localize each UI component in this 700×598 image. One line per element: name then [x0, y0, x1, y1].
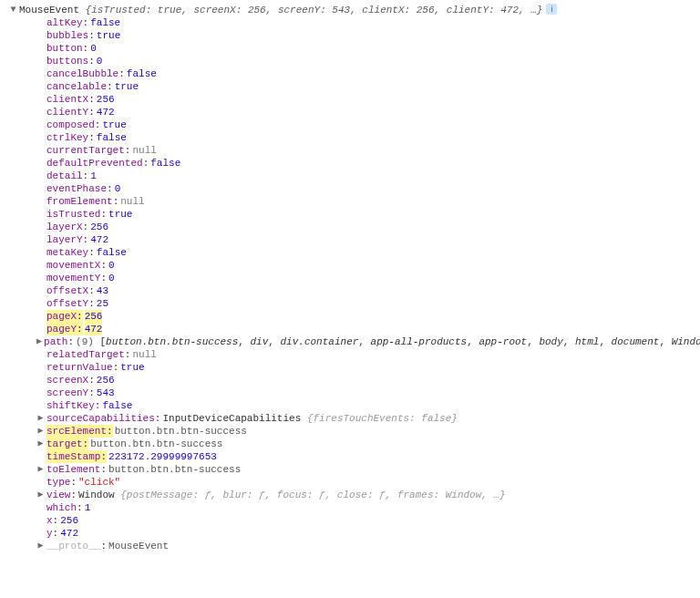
- property-name: clientX: [46, 93, 88, 106]
- property-name: pageX: [46, 310, 77, 323]
- object-property: ▶detail: 1: [0, 170, 700, 182]
- property-value: null: [132, 144, 156, 157]
- object-property: ▶which: 1: [0, 501, 700, 514]
- object-property: ▶composed: true: [0, 119, 700, 131]
- object-property: ▶layerY: 472: [0, 233, 700, 246]
- property-name: clientY: [46, 106, 88, 119]
- property-name: eventPhase: [46, 182, 107, 195]
- property-value: 1: [85, 501, 91, 514]
- property-value: 256: [97, 93, 115, 106]
- property-value: (9) [button.btn.btn-success, div, div.co…: [76, 335, 700, 348]
- caret-right-icon[interactable]: ▶: [36, 438, 45, 450]
- info-icon[interactable]: i: [546, 4, 557, 15]
- object-property: ▶type: "click": [0, 476, 700, 489]
- object-property: ▶fromElement: null: [0, 195, 700, 208]
- property-name: offsetX: [46, 284, 88, 297]
- property-name: returnValue: [46, 361, 113, 374]
- property-value: button.btn.btn-success: [115, 425, 247, 438]
- property-value: false: [150, 157, 180, 170]
- property-value: 472: [85, 323, 103, 335]
- console-output: ▼ MouseEvent {isTrusted: true, screenX: …: [0, 0, 700, 558]
- caret-right-icon[interactable]: ▶: [36, 540, 45, 552]
- object-property: ▶cancelable: true: [0, 80, 700, 93]
- property-value: null: [132, 348, 156, 361]
- object-property: ▶buttons: 0: [0, 55, 700, 67]
- property-name: cancelable: [46, 80, 107, 93]
- object-property-expandable[interactable]: ▶toElement: button.btn.btn-success: [0, 463, 700, 476]
- property-name: screenX: [46, 374, 88, 387]
- property-value: 543: [97, 387, 115, 399]
- object-property: ▶bubbles: true: [0, 29, 700, 42]
- property-name: metaKey: [46, 246, 88, 259]
- property-name: defaultPrevented: [46, 157, 143, 170]
- property-value: Window {postMessage: ƒ, blur: ƒ, focus: …: [78, 489, 506, 501]
- property-name: shiftKey: [46, 399, 95, 412]
- property-value: InputDeviceCapabilities {firesTouchEvent…: [162, 412, 457, 425]
- object-header[interactable]: ▼ MouseEvent {isTrusted: true, screenX: …: [0, 4, 700, 16]
- object-property-expandable[interactable]: ▶view: Window {postMessage: ƒ, blur: ƒ, …: [0, 489, 700, 501]
- property-name: cancelBubble: [46, 67, 118, 80]
- summary-pairs: isTrusted: true, screenX: 256, screenY: …: [91, 5, 519, 15]
- object-property: ▶returnValue: true: [0, 361, 700, 374]
- object-property-expandable[interactable]: ▶target: button.btn.btn-success: [0, 438, 700, 450]
- property-value: 0: [108, 272, 115, 284]
- object-property: ▶clientY: 472: [0, 106, 700, 119]
- property-value: 472: [90, 233, 108, 246]
- object-property: ▶defaultPrevented: false: [0, 157, 700, 170]
- property-name: type: [46, 476, 70, 489]
- property-value: true: [102, 119, 126, 131]
- object-property: ▶eventPhase: 0: [0, 182, 700, 195]
- property-value: 223172.29999997653: [108, 450, 217, 463]
- property-name: altKey: [46, 16, 83, 29]
- property-value: true: [115, 80, 139, 93]
- object-property: ▶timeStamp: 223172.29999997653: [0, 450, 700, 463]
- property-name: currentTarget: [46, 144, 125, 157]
- property-value: 472: [60, 527, 78, 540]
- caret-right-icon[interactable]: ▶: [36, 412, 45, 425]
- object-summary: {isTrusted: true, screenX: 256, screenY:…: [86, 4, 543, 16]
- property-name: screenY: [46, 387, 88, 399]
- property-value: 25: [97, 297, 108, 310]
- property-value: button.btn.btn-success: [90, 438, 222, 450]
- property-name: composed: [46, 119, 95, 131]
- property-value: false: [102, 399, 132, 412]
- caret-right-icon[interactable]: ▶: [36, 489, 45, 501]
- property-name: isTrusted: [46, 208, 100, 221]
- object-property: ▶relatedTarget: null: [0, 348, 700, 361]
- object-property-expandable[interactable]: ▶sourceCapabilities: InputDeviceCapabili…: [0, 412, 700, 425]
- property-value: true: [120, 361, 144, 374]
- caret-down-icon[interactable]: ▼: [9, 4, 17, 16]
- object-property: ▶isTrusted: true: [0, 208, 700, 221]
- property-list: ▶altKey: false▶bubbles: true▶button: 0▶b…: [0, 16, 700, 552]
- object-property-expandable[interactable]: ▶srcElement: button.btn.btn-success: [0, 425, 700, 438]
- proto-property[interactable]: ▶__proto__: MouseEvent: [0, 540, 700, 552]
- property-value: 256: [85, 310, 103, 323]
- caret-right-icon[interactable]: ▶: [36, 425, 45, 438]
- object-property: ▶screenX: 256: [0, 374, 700, 387]
- object-property: ▶movementY: 0: [0, 272, 700, 284]
- property-value: true: [108, 208, 132, 221]
- property-name: relatedTarget: [46, 348, 125, 361]
- property-name: y: [46, 527, 53, 540]
- object-property: ▶currentTarget: null: [0, 144, 700, 157]
- property-name: which: [46, 501, 77, 514]
- property-value: null: [120, 195, 144, 208]
- property-value: "click": [78, 476, 120, 489]
- object-property: ▶offsetX: 43: [0, 284, 700, 297]
- caret-right-icon[interactable]: ▶: [36, 335, 42, 348]
- property-value: 472: [97, 106, 115, 119]
- property-value: 256: [60, 514, 78, 527]
- object-property: ▶altKey: false: [0, 16, 700, 29]
- object-property: ▶clientX: 256: [0, 93, 700, 106]
- object-property-expandable[interactable]: ▶path: (9) [button.btn.btn-success, div,…: [0, 335, 700, 348]
- property-value: button.btn.btn-success: [108, 463, 241, 476]
- property-name: buttons: [46, 55, 88, 67]
- property-name: ctrlKey: [46, 131, 88, 144]
- object-property: ▶shiftKey: false: [0, 399, 700, 412]
- caret-right-icon[interactable]: ▶: [36, 463, 45, 476]
- property-value: 1: [90, 170, 97, 182]
- property-name: movementX: [46, 259, 100, 272]
- object-property: ▶metaKey: false: [0, 246, 700, 259]
- property-value: 256: [90, 221, 108, 233]
- property-name: button: [46, 42, 83, 55]
